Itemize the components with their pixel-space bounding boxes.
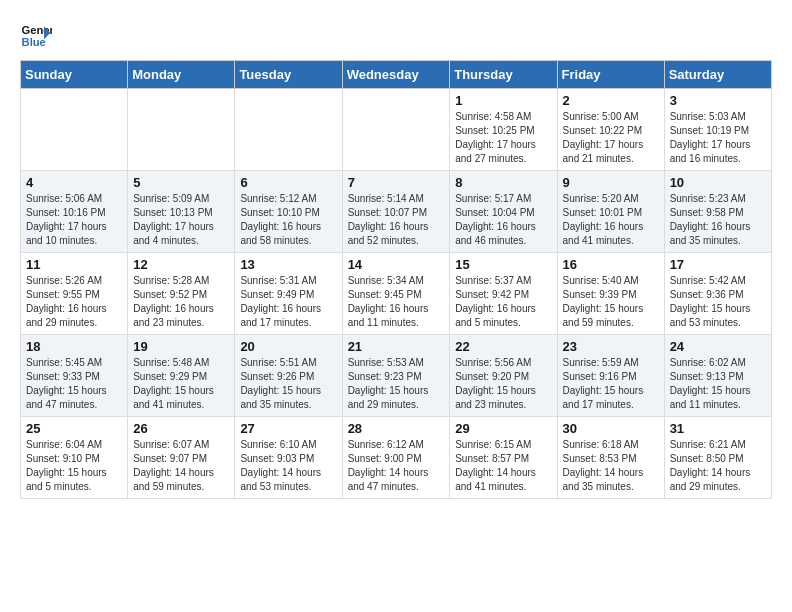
calendar-cell: 22Sunrise: 5:56 AM Sunset: 9:20 PM Dayli… <box>450 335 557 417</box>
day-info: Sunrise: 5:12 AM Sunset: 10:10 PM Daylig… <box>240 192 336 248</box>
day-number: 18 <box>26 339 122 354</box>
calendar-week-row: 4Sunrise: 5:06 AM Sunset: 10:16 PM Dayli… <box>21 171 772 253</box>
page-header: General Blue <box>20 16 772 52</box>
day-info: Sunrise: 6:18 AM Sunset: 8:53 PM Dayligh… <box>563 438 659 494</box>
calendar-cell: 20Sunrise: 5:51 AM Sunset: 9:26 PM Dayli… <box>235 335 342 417</box>
day-info: Sunrise: 5:40 AM Sunset: 9:39 PM Dayligh… <box>563 274 659 330</box>
calendar-cell: 26Sunrise: 6:07 AM Sunset: 9:07 PM Dayli… <box>128 417 235 499</box>
day-info: Sunrise: 5:20 AM Sunset: 10:01 PM Daylig… <box>563 192 659 248</box>
day-info: Sunrise: 5:06 AM Sunset: 10:16 PM Daylig… <box>26 192 122 248</box>
day-info: Sunrise: 6:04 AM Sunset: 9:10 PM Dayligh… <box>26 438 122 494</box>
svg-text:Blue: Blue <box>22 36 46 48</box>
day-number: 19 <box>133 339 229 354</box>
day-number: 25 <box>26 421 122 436</box>
calendar-cell: 7Sunrise: 5:14 AM Sunset: 10:07 PM Dayli… <box>342 171 450 253</box>
calendar-cell <box>128 89 235 171</box>
calendar-cell: 28Sunrise: 6:12 AM Sunset: 9:00 PM Dayli… <box>342 417 450 499</box>
calendar-cell: 14Sunrise: 5:34 AM Sunset: 9:45 PM Dayli… <box>342 253 450 335</box>
day-info: Sunrise: 5:28 AM Sunset: 9:52 PM Dayligh… <box>133 274 229 330</box>
day-number: 30 <box>563 421 659 436</box>
calendar-cell: 16Sunrise: 5:40 AM Sunset: 9:39 PM Dayli… <box>557 253 664 335</box>
calendar-cell: 9Sunrise: 5:20 AM Sunset: 10:01 PM Dayli… <box>557 171 664 253</box>
calendar-cell: 3Sunrise: 5:03 AM Sunset: 10:19 PM Dayli… <box>664 89 771 171</box>
day-number: 15 <box>455 257 551 272</box>
day-number: 13 <box>240 257 336 272</box>
weekday-header: Monday <box>128 61 235 89</box>
weekday-header: Friday <box>557 61 664 89</box>
day-number: 26 <box>133 421 229 436</box>
calendar-week-row: 18Sunrise: 5:45 AM Sunset: 9:33 PM Dayli… <box>21 335 772 417</box>
calendar-cell: 2Sunrise: 5:00 AM Sunset: 10:22 PM Dayli… <box>557 89 664 171</box>
day-info: Sunrise: 5:00 AM Sunset: 10:22 PM Daylig… <box>563 110 659 166</box>
weekday-header: Sunday <box>21 61 128 89</box>
calendar-header-row: SundayMondayTuesdayWednesdayThursdayFrid… <box>21 61 772 89</box>
day-info: Sunrise: 5:51 AM Sunset: 9:26 PM Dayligh… <box>240 356 336 412</box>
day-info: Sunrise: 5:31 AM Sunset: 9:49 PM Dayligh… <box>240 274 336 330</box>
day-number: 28 <box>348 421 445 436</box>
day-info: Sunrise: 5:34 AM Sunset: 9:45 PM Dayligh… <box>348 274 445 330</box>
day-info: Sunrise: 5:17 AM Sunset: 10:04 PM Daylig… <box>455 192 551 248</box>
calendar-cell: 30Sunrise: 6:18 AM Sunset: 8:53 PM Dayli… <box>557 417 664 499</box>
calendar-cell: 13Sunrise: 5:31 AM Sunset: 9:49 PM Dayli… <box>235 253 342 335</box>
calendar-week-row: 11Sunrise: 5:26 AM Sunset: 9:55 PM Dayli… <box>21 253 772 335</box>
day-number: 14 <box>348 257 445 272</box>
day-info: Sunrise: 6:07 AM Sunset: 9:07 PM Dayligh… <box>133 438 229 494</box>
day-info: Sunrise: 5:14 AM Sunset: 10:07 PM Daylig… <box>348 192 445 248</box>
day-number: 6 <box>240 175 336 190</box>
day-number: 27 <box>240 421 336 436</box>
calendar-cell: 5Sunrise: 5:09 AM Sunset: 10:13 PM Dayli… <box>128 171 235 253</box>
calendar-cell: 11Sunrise: 5:26 AM Sunset: 9:55 PM Dayli… <box>21 253 128 335</box>
day-number: 10 <box>670 175 766 190</box>
logo: General Blue <box>20 20 56 52</box>
weekday-header: Saturday <box>664 61 771 89</box>
day-info: Sunrise: 6:02 AM Sunset: 9:13 PM Dayligh… <box>670 356 766 412</box>
calendar-week-row: 25Sunrise: 6:04 AM Sunset: 9:10 PM Dayli… <box>21 417 772 499</box>
calendar-cell: 8Sunrise: 5:17 AM Sunset: 10:04 PM Dayli… <box>450 171 557 253</box>
day-info: Sunrise: 5:09 AM Sunset: 10:13 PM Daylig… <box>133 192 229 248</box>
calendar-cell: 15Sunrise: 5:37 AM Sunset: 9:42 PM Dayli… <box>450 253 557 335</box>
calendar-cell: 17Sunrise: 5:42 AM Sunset: 9:36 PM Dayli… <box>664 253 771 335</box>
day-number: 9 <box>563 175 659 190</box>
day-number: 2 <box>563 93 659 108</box>
calendar-cell: 6Sunrise: 5:12 AM Sunset: 10:10 PM Dayli… <box>235 171 342 253</box>
day-number: 5 <box>133 175 229 190</box>
day-number: 1 <box>455 93 551 108</box>
day-info: Sunrise: 5:26 AM Sunset: 9:55 PM Dayligh… <box>26 274 122 330</box>
calendar-cell <box>21 89 128 171</box>
day-info: Sunrise: 5:53 AM Sunset: 9:23 PM Dayligh… <box>348 356 445 412</box>
day-info: Sunrise: 5:37 AM Sunset: 9:42 PM Dayligh… <box>455 274 551 330</box>
day-info: Sunrise: 5:23 AM Sunset: 9:58 PM Dayligh… <box>670 192 766 248</box>
day-number: 20 <box>240 339 336 354</box>
day-number: 17 <box>670 257 766 272</box>
calendar-cell <box>235 89 342 171</box>
day-number: 29 <box>455 421 551 436</box>
calendar-cell: 10Sunrise: 5:23 AM Sunset: 9:58 PM Dayli… <box>664 171 771 253</box>
day-number: 16 <box>563 257 659 272</box>
calendar-cell: 18Sunrise: 5:45 AM Sunset: 9:33 PM Dayli… <box>21 335 128 417</box>
day-number: 3 <box>670 93 766 108</box>
day-info: Sunrise: 6:12 AM Sunset: 9:00 PM Dayligh… <box>348 438 445 494</box>
calendar-cell: 27Sunrise: 6:10 AM Sunset: 9:03 PM Dayli… <box>235 417 342 499</box>
weekday-header: Wednesday <box>342 61 450 89</box>
day-number: 21 <box>348 339 445 354</box>
day-number: 31 <box>670 421 766 436</box>
day-info: Sunrise: 6:21 AM Sunset: 8:50 PM Dayligh… <box>670 438 766 494</box>
calendar-cell: 24Sunrise: 6:02 AM Sunset: 9:13 PM Dayli… <box>664 335 771 417</box>
calendar-cell: 12Sunrise: 5:28 AM Sunset: 9:52 PM Dayli… <box>128 253 235 335</box>
weekday-header: Tuesday <box>235 61 342 89</box>
logo-icon: General Blue <box>20 20 52 52</box>
calendar-table: SundayMondayTuesdayWednesdayThursdayFrid… <box>20 60 772 499</box>
calendar-week-row: 1Sunrise: 4:58 AM Sunset: 10:25 PM Dayli… <box>21 89 772 171</box>
day-number: 4 <box>26 175 122 190</box>
calendar-cell: 21Sunrise: 5:53 AM Sunset: 9:23 PM Dayli… <box>342 335 450 417</box>
day-info: Sunrise: 5:03 AM Sunset: 10:19 PM Daylig… <box>670 110 766 166</box>
day-info: Sunrise: 5:45 AM Sunset: 9:33 PM Dayligh… <box>26 356 122 412</box>
day-number: 24 <box>670 339 766 354</box>
calendar-cell: 4Sunrise: 5:06 AM Sunset: 10:16 PM Dayli… <box>21 171 128 253</box>
calendar-cell: 29Sunrise: 6:15 AM Sunset: 8:57 PM Dayli… <box>450 417 557 499</box>
day-number: 12 <box>133 257 229 272</box>
day-number: 8 <box>455 175 551 190</box>
calendar-cell: 31Sunrise: 6:21 AM Sunset: 8:50 PM Dayli… <box>664 417 771 499</box>
day-info: Sunrise: 5:42 AM Sunset: 9:36 PM Dayligh… <box>670 274 766 330</box>
calendar-cell <box>342 89 450 171</box>
